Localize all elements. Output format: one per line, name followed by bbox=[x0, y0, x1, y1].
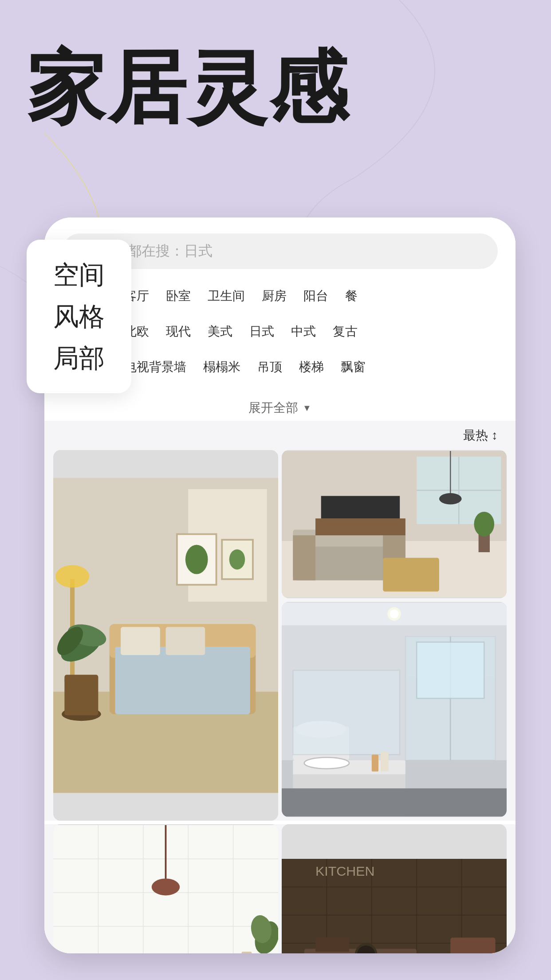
filter-kitchen[interactable]: 厨房 bbox=[257, 282, 291, 310]
filter-dining[interactable]: 餐 bbox=[341, 282, 362, 310]
svg-rect-6 bbox=[115, 647, 250, 714]
filter-stairs[interactable]: 楼梯 bbox=[295, 353, 328, 381]
svg-rect-28 bbox=[293, 535, 315, 580]
sort-row: 最热 ↕ bbox=[44, 421, 516, 450]
svg-point-10 bbox=[55, 565, 89, 588]
svg-point-20 bbox=[229, 549, 245, 570]
svg-point-36 bbox=[474, 512, 494, 537]
category-style[interactable]: 风格 bbox=[53, 304, 105, 329]
category-menu: 空间 风格 局部 bbox=[27, 240, 131, 393]
svg-rect-50 bbox=[293, 670, 400, 755]
svg-text:KITCHEN: KITCHEN bbox=[315, 863, 374, 878]
kitchen-white-image[interactable] bbox=[53, 824, 278, 953]
svg-rect-13 bbox=[64, 675, 98, 715]
svg-rect-52 bbox=[381, 751, 389, 771]
svg-point-18 bbox=[185, 545, 208, 574]
expand-label: 展开全部 bbox=[248, 399, 298, 416]
image-grid-2: KITCHEN bbox=[44, 824, 516, 953]
filter-balcony[interactable]: 阳台 bbox=[299, 282, 333, 310]
svg-rect-44 bbox=[417, 642, 484, 698]
svg-rect-8 bbox=[166, 627, 205, 655]
svg-rect-73 bbox=[242, 952, 252, 953]
svg-point-49 bbox=[304, 757, 349, 768]
category-detail[interactable]: 局部 bbox=[53, 345, 105, 371]
sort-button[interactable]: 最热 ↕ bbox=[463, 427, 498, 444]
svg-point-32 bbox=[439, 493, 462, 504]
expand-row[interactable]: 展开全部 ▼ bbox=[44, 393, 516, 421]
filter-tatami[interactable]: 榻榻米 bbox=[199, 353, 245, 381]
svg-rect-33 bbox=[315, 518, 405, 535]
filter-american[interactable]: 美式 bbox=[203, 318, 237, 345]
svg-rect-34 bbox=[321, 496, 400, 518]
filter-bedroom[interactable]: 卧室 bbox=[161, 282, 195, 310]
svg-rect-7 bbox=[121, 627, 160, 655]
svg-rect-30 bbox=[383, 558, 439, 592]
sort-label: 最热 bbox=[463, 427, 488, 444]
filter-japanese[interactable]: 日式 bbox=[245, 318, 279, 345]
svg-rect-51 bbox=[372, 755, 378, 771]
living-room-image[interactable] bbox=[282, 450, 507, 598]
hero-title: 家居灵感 bbox=[27, 44, 350, 131]
svg-point-41 bbox=[390, 609, 398, 618]
svg-rect-93 bbox=[450, 938, 495, 953]
filter-ceiling[interactable]: 吊顶 bbox=[253, 353, 287, 381]
filter-bathroom[interactable]: 卫生间 bbox=[203, 282, 249, 310]
svg-rect-89 bbox=[315, 938, 349, 952]
image-grid bbox=[44, 450, 516, 821]
svg-rect-53 bbox=[282, 788, 507, 816]
category-space[interactable]: 空间 bbox=[53, 262, 105, 288]
filter-bay-window[interactable]: 飘窗 bbox=[336, 353, 370, 381]
bedroom-image[interactable] bbox=[53, 450, 278, 821]
filter-retro[interactable]: 复古 bbox=[328, 318, 362, 345]
filter-chinese[interactable]: 中式 bbox=[287, 318, 320, 345]
bathroom-image[interactable] bbox=[282, 602, 507, 818]
filter-modern[interactable]: 现代 bbox=[161, 318, 195, 345]
kitchen-dark-image[interactable]: KITCHEN bbox=[282, 824, 507, 953]
expand-arrow-icon: ▼ bbox=[303, 403, 311, 413]
sort-icon: ↕ bbox=[492, 428, 498, 443]
svg-point-64 bbox=[152, 879, 180, 896]
